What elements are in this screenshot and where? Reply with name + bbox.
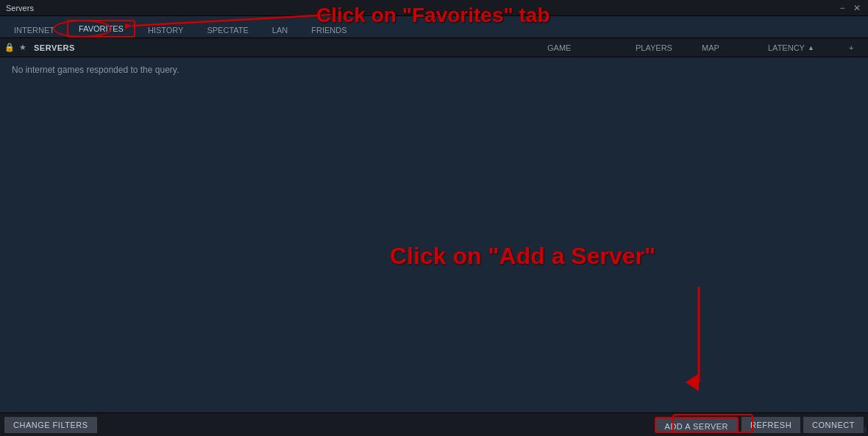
column-headers: 🔒 ★ SERVERS GAME PLAYERS MAP LATENCY ▲ + bbox=[0, 38, 868, 57]
tab-bar: INTERNET FAVORITES HISTORY SPECTATE LAN … bbox=[0, 16, 868, 38]
col-game-header[interactable]: GAME bbox=[547, 43, 636, 52]
tab-favorites[interactable]: FAVORITES bbox=[67, 20, 135, 37]
col-servers-header[interactable]: SERVERS bbox=[34, 43, 547, 52]
resize-handle: ⠿ bbox=[861, 426, 867, 435]
no-results-message: No internet games responded to the query… bbox=[0, 57, 868, 82]
connect-button[interactable]: CONNECT bbox=[803, 417, 864, 433]
col-players-header[interactable]: PLAYERS bbox=[636, 43, 702, 52]
change-filters-button[interactable]: CHANGE FILTERS bbox=[4, 417, 97, 433]
refresh-button[interactable]: REFRESH bbox=[741, 417, 800, 433]
bottom-bar: CHANGE FILTERS ADD A SERVER REFRESH CONN… bbox=[0, 412, 868, 436]
col-lock-icon: 🔒 bbox=[4, 43, 19, 52]
tab-history[interactable]: HISTORY bbox=[137, 22, 195, 37]
title-bar-title: Servers bbox=[6, 4, 34, 12]
title-bar-controls: − ✕ bbox=[837, 3, 862, 13]
col-add-button[interactable]: + bbox=[849, 43, 864, 52]
server-list-area: No internet games responded to the query… bbox=[0, 57, 868, 412]
minimize-button[interactable]: − bbox=[837, 3, 847, 13]
add-server-button[interactable]: ADD A SERVER bbox=[655, 417, 739, 433]
sort-arrow-icon: ▲ bbox=[808, 44, 814, 51]
col-latency-header[interactable]: LATENCY ▲ bbox=[768, 43, 849, 52]
tab-internet[interactable]: INTERNET bbox=[3, 22, 65, 37]
tab-spectate[interactable]: SPECTATE bbox=[196, 22, 259, 37]
tab-lan[interactable]: LAN bbox=[261, 22, 299, 37]
title-bar: Servers − ✕ bbox=[0, 0, 868, 16]
col-map-header[interactable]: MAP bbox=[702, 43, 768, 52]
col-fav-icon: ★ bbox=[19, 43, 34, 52]
tab-friends[interactable]: FRIENDS bbox=[300, 22, 357, 37]
close-button[interactable]: ✕ bbox=[852, 3, 862, 13]
